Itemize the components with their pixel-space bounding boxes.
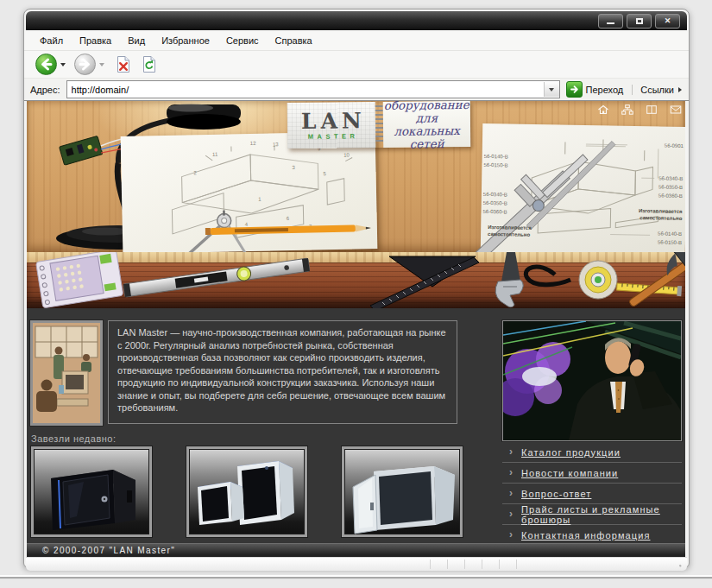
title-bar[interactable]: ✕ — [26, 11, 687, 30]
nav-label: Прайс листы и рекламные брошюры — [521, 504, 682, 525]
product-photo-open-cabinet[interactable] — [342, 446, 463, 537]
logo: LAN MASTER — [287, 102, 376, 149]
svg-text:56-0350-В: 56-0350-В — [658, 185, 683, 190]
svg-text:56-0140-В: 56-0140-В — [484, 154, 508, 159]
chevron-right-icon: › — [509, 508, 513, 520]
hammer-illustration — [621, 252, 685, 308]
back-button[interactable] — [35, 54, 57, 75]
svg-text:56-0901: 56-0901 — [665, 143, 684, 149]
mail-icon[interactable] — [670, 104, 682, 115]
site-header: 1 2 3 4 5 6 7 8 9 10 11 12 13 — [27, 101, 685, 252]
browser-window: ✕ Файл Правка Вид Избранное Сервис Справ… — [23, 9, 690, 568]
sidebar: › Каталог продукции › Новости компании ›… — [502, 320, 682, 546]
back-dropdown[interactable] — [60, 63, 66, 66]
logo-name: LAN — [297, 111, 366, 132]
minimize-icon — [607, 22, 614, 24]
product-photo-black-cabinet[interactable] — [31, 446, 152, 537]
resize-grip[interactable] — [675, 560, 683, 568]
nav-pricelists[interactable]: › Прайс листы и рекламные брошюры — [502, 503, 682, 524]
copyright: © 2000-2007 "LAN Master" — [42, 546, 175, 555]
chevron-right-icon — [678, 87, 682, 92]
svg-text:самостоятельно: самостоятельно — [488, 231, 530, 237]
svg-text:Изготавливается: Изготавливается — [639, 208, 683, 214]
address-bar: Адрес: Переход Ссылки — [24, 79, 689, 101]
go-button[interactable]: Переход — [566, 81, 624, 98]
svg-text:56-0340-В: 56-0340-В — [483, 192, 507, 197]
product-photo-blue-cabinets[interactable] — [186, 446, 307, 537]
links-label: Ссылки — [640, 85, 674, 95]
nav-label: Новости компании — [521, 468, 618, 478]
refresh-button[interactable] — [141, 55, 158, 73]
close-button[interactable]: ✕ — [655, 14, 680, 28]
svg-text:самостоятельно: самостоятельно — [640, 215, 682, 221]
menu-help[interactable]: Справка — [275, 35, 312, 46]
menu-favorites[interactable]: Избранное — [161, 35, 210, 46]
svg-text:13: 13 — [273, 142, 279, 147]
tagline: оборудование для локальных сетей — [383, 101, 471, 150]
stop-button[interactable] — [115, 55, 132, 73]
nav-news[interactable]: › Новости компании — [502, 462, 682, 483]
minimize-button[interactable] — [598, 14, 623, 28]
organizer-illustration — [35, 252, 123, 308]
site-footer: © 2000-2007 "LAN Master" — [27, 543, 685, 557]
product-gallery — [31, 446, 463, 537]
forward-icon — [75, 54, 95, 74]
wrench-illustration — [495, 252, 523, 307]
svg-text:6: 6 — [287, 216, 290, 221]
forward-dropdown[interactable] — [99, 63, 104, 66]
svg-text:Изготавливается: Изготавливается — [488, 224, 532, 231]
address-input[interactable] — [67, 82, 544, 97]
navigation-toolbar — [24, 51, 689, 79]
stop-icon — [115, 55, 132, 73]
tools-strip — [27, 252, 685, 308]
svg-text:12: 12 — [250, 141, 256, 146]
pcb-illustration — [60, 136, 103, 165]
address-dropdown[interactable] — [544, 82, 559, 97]
svg-text:56-0350-В: 56-0350-В — [483, 200, 507, 205]
tagline-box: оборудование для локальных сетей — [383, 101, 471, 148]
forward-button[interactable] — [74, 54, 96, 75]
recent-label: Завезли недавно: — [31, 433, 116, 444]
menu-view[interactable]: Вид — [128, 35, 145, 46]
catalog-icon[interactable] — [646, 104, 658, 115]
back-icon — [36, 54, 56, 74]
svg-text:10: 10 — [343, 153, 350, 158]
site-main: LAN Master — научно-производственная ком… — [27, 308, 685, 557]
go-label: Переход — [586, 85, 624, 95]
chevron-right-icon: › — [509, 528, 513, 541]
address-label: Адрес: — [30, 85, 60, 95]
square-ruler-illustration — [370, 256, 479, 308]
sitemap-icon[interactable] — [621, 104, 633, 115]
nav-catalog[interactable]: › Каталог продукции — [502, 441, 682, 462]
chevron-right-icon: › — [509, 446, 513, 458]
links-button[interactable]: Ссылки — [632, 85, 682, 95]
svg-text:3: 3 — [292, 165, 295, 170]
go-arrow-icon — [566, 81, 583, 98]
maximize-button[interactable] — [627, 14, 652, 28]
svg-text:56-0140-В: 56-0140-В — [658, 231, 682, 237]
chevron-down-icon — [549, 88, 554, 92]
svg-text:5: 5 — [323, 171, 326, 176]
close-icon: ✕ — [665, 17, 671, 25]
menu-file[interactable]: Файл — [40, 35, 63, 46]
menu-tools[interactable]: Сервис — [226, 35, 259, 46]
page-divider-line — [0, 575, 712, 579]
menu-bar: Файл Правка Вид Избранное Сервис Справка — [24, 30, 689, 51]
chevron-right-icon: › — [509, 466, 513, 478]
menu-edit[interactable]: Правка — [79, 35, 111, 46]
nav-label: Контактная информация — [521, 530, 651, 541]
svg-text:56-0340-В: 56-0340-В — [658, 176, 683, 181]
nav-qa[interactable]: › Вопрос-ответ — [502, 483, 682, 503]
logo-sub: MASTER — [305, 132, 359, 141]
businessman-photo — [502, 320, 682, 441]
svg-text:11: 11 — [212, 152, 218, 157]
office-photo — [30, 320, 103, 426]
status-bar — [26, 557, 687, 571]
maximize-icon — [636, 18, 643, 24]
drawing-sheet-center: 1 2 3 4 5 6 7 8 9 10 11 12 13 — [121, 131, 378, 252]
home-icon[interactable] — [597, 104, 609, 115]
drawing-sheet-right: 56-0140-В 56-0150-В 56-0340-В 56-0350-В … — [481, 123, 685, 252]
header-quick-icons — [597, 104, 682, 115]
level-illustration — [123, 258, 310, 298]
refresh-icon — [141, 55, 158, 73]
